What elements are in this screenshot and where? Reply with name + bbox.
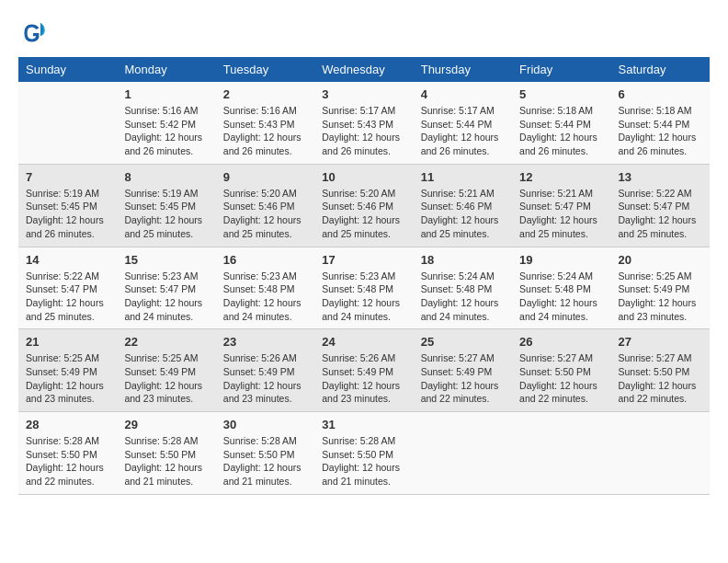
day-number: 7 — [26, 170, 109, 184]
day-info: Sunrise: 5:20 AM Sunset: 5:46 PM Dayligh… — [223, 187, 307, 241]
day-number: 12 — [519, 170, 603, 184]
day-info: Sunrise: 5:25 AM Sunset: 5:49 PM Dayligh… — [124, 351, 208, 406]
calendar-week-row: 7Sunrise: 5:19 AM Sunset: 5:45 PM Daylig… — [18, 164, 710, 247]
calendar-day-cell: 7Sunrise: 5:19 AM Sunset: 5:45 PM Daylig… — [18, 164, 117, 247]
day-number: 22 — [124, 335, 208, 349]
day-info: Sunrise: 5:28 AM Sunset: 5:50 PM Dayligh… — [26, 434, 109, 488]
day-number: 21 — [26, 335, 109, 349]
calendar-day-cell — [512, 412, 610, 495]
calendar-day-cell: 8Sunrise: 5:19 AM Sunset: 5:45 PM Daylig… — [117, 164, 215, 247]
day-number: 29 — [124, 418, 208, 431]
calendar-day-cell: 20Sunrise: 5:25 AM Sunset: 5:49 PM Dayli… — [611, 247, 710, 329]
calendar-day-cell: 23Sunrise: 5:26 AM Sunset: 5:49 PM Dayli… — [216, 329, 314, 412]
day-info: Sunrise: 5:17 AM Sunset: 5:44 PM Dayligh… — [421, 104, 505, 158]
day-info: Sunrise: 5:24 AM Sunset: 5:48 PM Dayligh… — [421, 270, 505, 324]
weekday-header: Saturday — [611, 57, 710, 82]
calendar-day-cell: 24Sunrise: 5:26 AM Sunset: 5:49 PM Dayli… — [314, 329, 413, 412]
calendar-day-cell: 2Sunrise: 5:16 AM Sunset: 5:43 PM Daylig… — [216, 82, 314, 164]
calendar-day-cell: 6Sunrise: 5:18 AM Sunset: 5:44 PM Daylig… — [611, 82, 710, 164]
day-number: 18 — [421, 253, 505, 267]
day-number: 23 — [223, 335, 307, 349]
calendar-day-cell: 31Sunrise: 5:28 AM Sunset: 5:50 PM Dayli… — [314, 412, 413, 495]
day-info: Sunrise: 5:24 AM Sunset: 5:48 PM Dayligh… — [519, 270, 603, 324]
calendar-day-cell: 4Sunrise: 5:17 AM Sunset: 5:44 PM Daylig… — [414, 82, 512, 164]
weekday-header: Wednesday — [314, 57, 413, 82]
calendar-day-cell: 17Sunrise: 5:23 AM Sunset: 5:48 PM Dayli… — [314, 247, 413, 329]
calendar-day-cell: 26Sunrise: 5:27 AM Sunset: 5:50 PM Dayli… — [512, 329, 610, 412]
calendar-day-cell: 13Sunrise: 5:22 AM Sunset: 5:47 PM Dayli… — [611, 164, 710, 247]
day-number: 30 — [223, 418, 307, 431]
calendar-day-cell: 21Sunrise: 5:25 AM Sunset: 5:49 PM Dayli… — [18, 329, 117, 412]
calendar-day-cell: 25Sunrise: 5:27 AM Sunset: 5:49 PM Dayli… — [414, 329, 512, 412]
day-number: 3 — [322, 87, 405, 101]
day-number: 1 — [124, 87, 208, 101]
day-number: 17 — [322, 253, 405, 267]
day-info: Sunrise: 5:21 AM Sunset: 5:46 PM Dayligh… — [421, 187, 505, 241]
calendar-day-cell: 3Sunrise: 5:17 AM Sunset: 5:43 PM Daylig… — [314, 82, 413, 164]
day-number: 25 — [421, 335, 505, 349]
day-info: Sunrise: 5:23 AM Sunset: 5:48 PM Dayligh… — [223, 270, 307, 324]
day-number: 24 — [322, 335, 405, 349]
day-info: Sunrise: 5:28 AM Sunset: 5:50 PM Dayligh… — [223, 434, 307, 488]
calendar-table: SundayMondayTuesdayWednesdayThursdayFrid… — [18, 57, 710, 495]
day-number: 15 — [124, 253, 208, 267]
calendar-day-cell: 11Sunrise: 5:21 AM Sunset: 5:46 PM Dayli… — [414, 164, 512, 247]
weekday-header: Sunday — [18, 57, 117, 82]
day-info: Sunrise: 5:25 AM Sunset: 5:49 PM Dayligh… — [26, 351, 109, 406]
day-info: Sunrise: 5:23 AM Sunset: 5:48 PM Dayligh… — [322, 270, 405, 324]
calendar-week-row: 14Sunrise: 5:22 AM Sunset: 5:47 PM Dayli… — [18, 247, 710, 329]
calendar-day-cell — [414, 412, 512, 495]
calendar-day-cell: 19Sunrise: 5:24 AM Sunset: 5:48 PM Dayli… — [512, 247, 610, 329]
day-info: Sunrise: 5:28 AM Sunset: 5:50 PM Dayligh… — [322, 434, 405, 488]
calendar-day-cell: 15Sunrise: 5:23 AM Sunset: 5:47 PM Dayli… — [117, 247, 215, 329]
day-number: 8 — [124, 170, 208, 184]
calendar-day-cell: 10Sunrise: 5:20 AM Sunset: 5:46 PM Dayli… — [314, 164, 413, 247]
calendar-day-cell: 12Sunrise: 5:21 AM Sunset: 5:47 PM Dayli… — [512, 164, 610, 247]
day-number: 4 — [421, 87, 505, 101]
day-info: Sunrise: 5:16 AM Sunset: 5:42 PM Dayligh… — [124, 104, 208, 158]
day-info: Sunrise: 5:16 AM Sunset: 5:43 PM Dayligh… — [223, 104, 307, 158]
calendar-week-row: 28Sunrise: 5:28 AM Sunset: 5:50 PM Dayli… — [18, 412, 710, 495]
day-number: 20 — [619, 253, 702, 267]
day-number: 16 — [223, 253, 307, 267]
calendar-day-cell: 27Sunrise: 5:27 AM Sunset: 5:50 PM Dayli… — [611, 329, 710, 412]
day-number: 14 — [26, 253, 109, 267]
day-info: Sunrise: 5:19 AM Sunset: 5:45 PM Dayligh… — [26, 187, 109, 241]
day-number: 28 — [26, 418, 109, 431]
day-number: 19 — [519, 253, 603, 267]
day-info: Sunrise: 5:17 AM Sunset: 5:43 PM Dayligh… — [322, 104, 405, 158]
calendar-day-cell: 18Sunrise: 5:24 AM Sunset: 5:48 PM Dayli… — [414, 247, 512, 329]
calendar-day-cell — [18, 82, 117, 164]
weekday-header: Monday — [117, 57, 215, 82]
day-info: Sunrise: 5:28 AM Sunset: 5:50 PM Dayligh… — [124, 434, 208, 488]
calendar-day-cell: 29Sunrise: 5:28 AM Sunset: 5:50 PM Dayli… — [117, 412, 215, 495]
day-number: 2 — [223, 87, 307, 101]
logo-icon — [18, 18, 48, 48]
calendar-header-row: SundayMondayTuesdayWednesdayThursdayFrid… — [18, 57, 710, 82]
day-info: Sunrise: 5:26 AM Sunset: 5:49 PM Dayligh… — [322, 351, 405, 406]
day-info: Sunrise: 5:23 AM Sunset: 5:47 PM Dayligh… — [124, 270, 208, 324]
day-number: 5 — [519, 87, 603, 101]
day-number: 27 — [619, 335, 702, 349]
day-number: 9 — [223, 170, 307, 184]
calendar-week-row: 1Sunrise: 5:16 AM Sunset: 5:42 PM Daylig… — [18, 82, 710, 164]
day-info: Sunrise: 5:18 AM Sunset: 5:44 PM Dayligh… — [619, 104, 702, 158]
calendar-day-cell: 14Sunrise: 5:22 AM Sunset: 5:47 PM Dayli… — [18, 247, 117, 329]
day-info: Sunrise: 5:22 AM Sunset: 5:47 PM Dayligh… — [26, 270, 109, 324]
day-info: Sunrise: 5:25 AM Sunset: 5:49 PM Dayligh… — [619, 270, 702, 324]
day-info: Sunrise: 5:26 AM Sunset: 5:49 PM Dayligh… — [223, 351, 307, 406]
weekday-header: Tuesday — [216, 57, 314, 82]
day-info: Sunrise: 5:27 AM Sunset: 5:50 PM Dayligh… — [519, 351, 603, 406]
day-number: 13 — [619, 170, 702, 184]
day-info: Sunrise: 5:18 AM Sunset: 5:44 PM Dayligh… — [519, 104, 603, 158]
logo — [18, 18, 51, 48]
day-number: 31 — [322, 418, 405, 431]
calendar-day-cell: 9Sunrise: 5:20 AM Sunset: 5:46 PM Daylig… — [216, 164, 314, 247]
calendar-day-cell: 1Sunrise: 5:16 AM Sunset: 5:42 PM Daylig… — [117, 82, 215, 164]
calendar-day-cell: 22Sunrise: 5:25 AM Sunset: 5:49 PM Dayli… — [117, 329, 215, 412]
calendar-day-cell: 30Sunrise: 5:28 AM Sunset: 5:50 PM Dayli… — [216, 412, 314, 495]
day-info: Sunrise: 5:22 AM Sunset: 5:47 PM Dayligh… — [619, 187, 702, 241]
calendar-day-cell: 16Sunrise: 5:23 AM Sunset: 5:48 PM Dayli… — [216, 247, 314, 329]
day-number: 6 — [619, 87, 702, 101]
day-info: Sunrise: 5:27 AM Sunset: 5:49 PM Dayligh… — [421, 351, 505, 406]
